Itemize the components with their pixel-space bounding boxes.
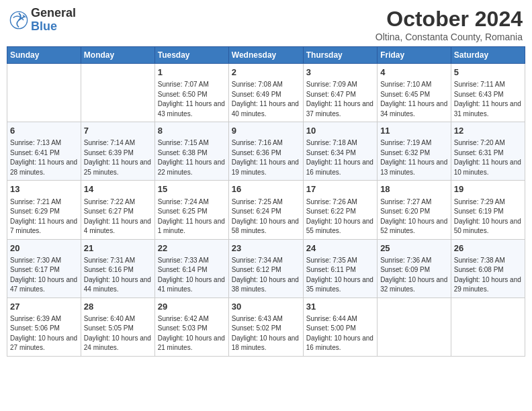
day-number: 10	[306, 125, 374, 137]
logo-general: General	[31, 7, 76, 20]
day-info: Sunrise: 7:21 AM Sunset: 6:29 PM Dayligh…	[10, 197, 78, 236]
day-info: Sunrise: 7:19 AM Sunset: 6:32 PM Dayligh…	[380, 138, 448, 177]
calendar-cell: 13Sunrise: 7:21 AM Sunset: 6:29 PM Dayli…	[7, 181, 81, 239]
day-number: 6	[10, 125, 78, 137]
day-info: Sunrise: 7:29 AM Sunset: 6:19 PM Dayligh…	[454, 197, 522, 236]
day-number: 24	[306, 242, 374, 255]
day-info: Sunrise: 6:42 AM Sunset: 5:03 PM Dayligh…	[158, 314, 226, 353]
calendar-cell: 28Sunrise: 6:40 AM Sunset: 5:05 PM Dayli…	[81, 298, 154, 356]
day-info: Sunrise: 7:16 AM Sunset: 6:36 PM Dayligh…	[232, 138, 300, 177]
day-number: 8	[158, 125, 226, 137]
calendar-header-thursday: Thursday	[303, 47, 377, 64]
calendar-cell: 23Sunrise: 7:34 AM Sunset: 6:12 PM Dayli…	[228, 239, 303, 298]
calendar-week-row: 27Sunrise: 6:39 AM Sunset: 5:06 PM Dayli…	[7, 298, 525, 356]
calendar-week-row: 6Sunrise: 7:13 AM Sunset: 6:41 PM Daylig…	[7, 122, 525, 181]
page-header: General Blue October 2024 Oltina, Consta…	[7, 7, 525, 42]
calendar-header-monday: Monday	[81, 47, 154, 64]
day-number: 11	[380, 125, 448, 137]
day-info: Sunrise: 7:11 AM Sunset: 6:43 PM Dayligh…	[454, 80, 522, 119]
day-info: Sunrise: 7:25 AM Sunset: 6:24 PM Dayligh…	[232, 197, 300, 236]
day-info: Sunrise: 6:40 AM Sunset: 5:05 PM Dayligh…	[84, 314, 152, 353]
title-area: October 2024 Oltina, Constanta County, R…	[375, 7, 523, 42]
day-number: 21	[84, 242, 152, 255]
day-number: 28	[84, 301, 152, 313]
day-number: 2	[232, 66, 300, 79]
day-number: 17	[306, 183, 374, 195]
day-info: Sunrise: 6:44 AM Sunset: 5:00 PM Dayligh…	[306, 314, 374, 353]
calendar-header-row: SundayMondayTuesdayWednesdayThursdayFrid…	[7, 47, 525, 64]
day-info: Sunrise: 6:43 AM Sunset: 5:02 PM Dayligh…	[232, 314, 300, 353]
month-title: October 2024	[375, 7, 523, 32]
day-number: 14	[84, 183, 152, 195]
day-number: 19	[454, 183, 522, 195]
calendar-cell: 25Sunrise: 7:36 AM Sunset: 6:09 PM Dayli…	[378, 239, 451, 298]
day-number: 3	[306, 66, 374, 79]
day-number: 23	[232, 242, 300, 255]
day-number: 18	[380, 183, 448, 195]
day-number: 15	[158, 183, 226, 195]
day-info: Sunrise: 7:26 AM Sunset: 6:22 PM Dayligh…	[306, 197, 374, 236]
day-number: 27	[10, 301, 78, 313]
calendar-header-sunday: Sunday	[7, 47, 81, 64]
day-number: 7	[84, 125, 152, 137]
day-info: Sunrise: 7:27 AM Sunset: 6:20 PM Dayligh…	[380, 197, 448, 236]
calendar-cell: 31Sunrise: 6:44 AM Sunset: 5:00 PM Dayli…	[303, 298, 377, 356]
calendar-week-row: 1Sunrise: 7:07 AM Sunset: 6:50 PM Daylig…	[7, 64, 525, 122]
calendar-header-friday: Friday	[378, 47, 451, 64]
calendar-table: SundayMondayTuesdayWednesdayThursdayFrid…	[7, 46, 525, 357]
calendar-cell	[451, 298, 525, 356]
calendar-cell: 6Sunrise: 7:13 AM Sunset: 6:41 PM Daylig…	[7, 122, 81, 181]
calendar-cell: 22Sunrise: 7:33 AM Sunset: 6:14 PM Dayli…	[154, 239, 228, 298]
calendar-cell	[7, 64, 81, 122]
day-number: 5	[454, 66, 522, 79]
calendar-cell: 2Sunrise: 7:08 AM Sunset: 6:49 PM Daylig…	[228, 64, 303, 122]
day-number: 30	[232, 301, 300, 313]
day-info: Sunrise: 7:36 AM Sunset: 6:09 PM Dayligh…	[380, 256, 448, 295]
day-info: Sunrise: 7:22 AM Sunset: 6:27 PM Dayligh…	[84, 197, 152, 236]
calendar-cell	[81, 64, 154, 122]
calendar-cell: 26Sunrise: 7:38 AM Sunset: 6:08 PM Dayli…	[451, 239, 525, 298]
calendar-cell: 24Sunrise: 7:35 AM Sunset: 6:11 PM Dayli…	[303, 239, 377, 298]
day-info: Sunrise: 7:13 AM Sunset: 6:41 PM Dayligh…	[10, 138, 78, 177]
calendar-cell: 12Sunrise: 7:20 AM Sunset: 6:31 PM Dayli…	[451, 122, 525, 181]
logo-text: General Blue	[31, 7, 76, 34]
day-number: 16	[232, 183, 300, 195]
logo-blue: Blue	[31, 20, 76, 34]
day-info: Sunrise: 7:18 AM Sunset: 6:34 PM Dayligh…	[306, 138, 374, 177]
logo: General Blue	[9, 7, 76, 34]
calendar-cell: 7Sunrise: 7:14 AM Sunset: 6:39 PM Daylig…	[81, 122, 154, 181]
day-number: 12	[454, 125, 522, 137]
calendar-cell: 20Sunrise: 7:30 AM Sunset: 6:17 PM Dayli…	[7, 239, 81, 298]
day-info: Sunrise: 6:39 AM Sunset: 5:06 PM Dayligh…	[10, 314, 78, 353]
calendar-header-wednesday: Wednesday	[228, 47, 303, 64]
day-number: 13	[10, 183, 78, 195]
day-number: 4	[380, 66, 448, 79]
calendar-cell: 8Sunrise: 7:15 AM Sunset: 6:38 PM Daylig…	[154, 122, 228, 181]
day-info: Sunrise: 7:09 AM Sunset: 6:47 PM Dayligh…	[306, 80, 374, 119]
calendar-cell: 10Sunrise: 7:18 AM Sunset: 6:34 PM Dayli…	[303, 122, 377, 181]
day-info: Sunrise: 7:14 AM Sunset: 6:39 PM Dayligh…	[84, 138, 152, 177]
day-info: Sunrise: 7:31 AM Sunset: 6:16 PM Dayligh…	[84, 256, 152, 295]
calendar-header-saturday: Saturday	[451, 47, 525, 64]
day-number: 25	[380, 242, 448, 255]
day-number: 29	[158, 301, 226, 313]
calendar-cell: 18Sunrise: 7:27 AM Sunset: 6:20 PM Dayli…	[378, 181, 451, 239]
day-number: 22	[158, 242, 226, 255]
day-number: 20	[10, 242, 78, 255]
day-info: Sunrise: 7:38 AM Sunset: 6:08 PM Dayligh…	[454, 256, 522, 295]
calendar-cell: 21Sunrise: 7:31 AM Sunset: 6:16 PM Dayli…	[81, 239, 154, 298]
calendar-cell: 15Sunrise: 7:24 AM Sunset: 6:25 PM Dayli…	[154, 181, 228, 239]
calendar-cell: 9Sunrise: 7:16 AM Sunset: 6:36 PM Daylig…	[228, 122, 303, 181]
calendar-cell: 16Sunrise: 7:25 AM Sunset: 6:24 PM Dayli…	[228, 181, 303, 239]
calendar-cell: 5Sunrise: 7:11 AM Sunset: 6:43 PM Daylig…	[451, 64, 525, 122]
day-info: Sunrise: 7:30 AM Sunset: 6:17 PM Dayligh…	[10, 256, 78, 295]
day-info: Sunrise: 7:10 AM Sunset: 6:45 PM Dayligh…	[380, 80, 448, 119]
calendar-cell: 11Sunrise: 7:19 AM Sunset: 6:32 PM Dayli…	[378, 122, 451, 181]
day-number: 26	[454, 242, 522, 255]
calendar-cell: 14Sunrise: 7:22 AM Sunset: 6:27 PM Dayli…	[81, 181, 154, 239]
day-info: Sunrise: 7:07 AM Sunset: 6:50 PM Dayligh…	[158, 80, 226, 119]
day-info: Sunrise: 7:34 AM Sunset: 6:12 PM Dayligh…	[232, 256, 300, 295]
day-info: Sunrise: 7:35 AM Sunset: 6:11 PM Dayligh…	[306, 256, 374, 295]
day-info: Sunrise: 7:24 AM Sunset: 6:25 PM Dayligh…	[158, 197, 226, 236]
calendar-cell: 29Sunrise: 6:42 AM Sunset: 5:03 PM Dayli…	[154, 298, 228, 356]
